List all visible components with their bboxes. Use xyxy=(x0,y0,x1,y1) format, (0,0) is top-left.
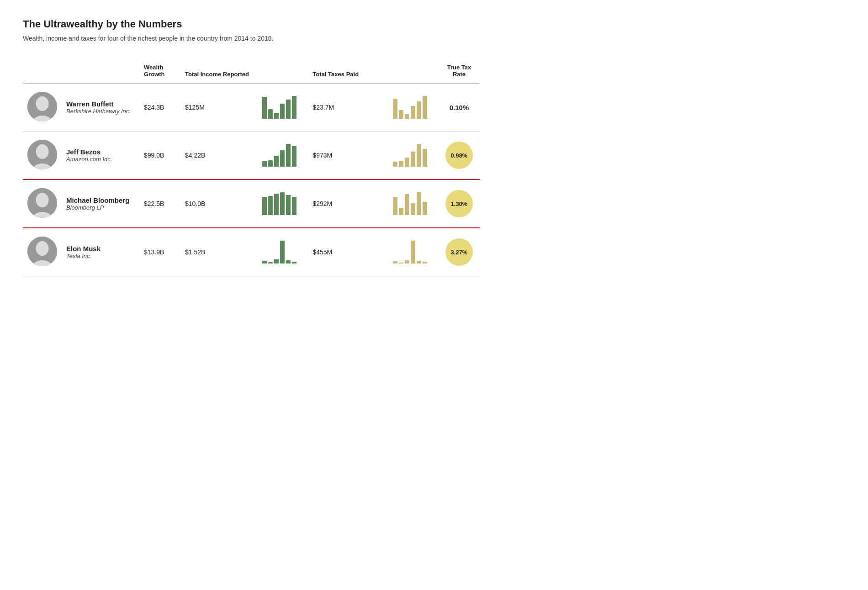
table-row-musk: Elon Musk Tesla Inc. $13.9B$1.52B$455M3.… xyxy=(23,228,480,276)
tax-rate-circle-bezos: 0.98% xyxy=(445,142,473,169)
svg-point-4 xyxy=(36,144,49,159)
svg-point-7 xyxy=(36,193,49,207)
tax-rate-plain-buffett: 0.10% xyxy=(450,104,469,111)
taxes-chart-buffett xyxy=(388,84,439,132)
person-name: Michael Bloomberg xyxy=(66,196,135,204)
wealth-growth-bloomberg: $22.5B xyxy=(139,179,180,228)
bar xyxy=(262,161,267,167)
tax-rate-circle-musk: 3.27% xyxy=(445,238,473,266)
income-chart-musk xyxy=(258,228,308,276)
bar-chart xyxy=(393,192,434,215)
income-chart-bezos xyxy=(258,132,308,180)
person-company: Amazon.com Inc. xyxy=(66,156,135,163)
bar xyxy=(399,208,403,215)
bar xyxy=(405,194,409,215)
bar xyxy=(411,152,415,167)
svg-point-1 xyxy=(36,96,49,111)
bar xyxy=(280,150,285,167)
table-row-buffett: Warren Buffett Berkshire Hathaway Inc. $… xyxy=(23,84,480,132)
income-value-buffett: $125M xyxy=(180,84,258,132)
bar xyxy=(423,202,427,215)
income-value-musk: $1.52B xyxy=(180,228,258,276)
avatar-buffett xyxy=(27,92,57,121)
page-title: The Ultrawealthy by the Numbers xyxy=(23,18,480,30)
avatar-cell-musk xyxy=(23,228,62,276)
bar xyxy=(262,197,267,215)
bar xyxy=(405,114,409,119)
page-subtitle: Wealth, income and taxes for four of the… xyxy=(23,35,480,42)
name-cell-musk: Elon Musk Tesla Inc. xyxy=(62,228,139,276)
col-income: Total Income Reported xyxy=(180,60,308,84)
bar xyxy=(411,106,415,119)
bar xyxy=(280,192,285,215)
bar xyxy=(268,262,273,263)
bar xyxy=(280,104,285,119)
bar xyxy=(286,260,291,263)
bar xyxy=(268,196,273,215)
col-tax-rate: True Tax Rate xyxy=(439,60,480,84)
taxes-chart-musk xyxy=(388,228,439,276)
bar xyxy=(274,194,279,215)
bar xyxy=(292,96,296,119)
table-row-bloomberg: Michael Bloomberg Bloomberg LP $22.5B$10… xyxy=(23,179,480,228)
taxes-value-musk: $455M xyxy=(308,228,388,276)
income-chart-bloomberg xyxy=(258,179,308,228)
income-chart-buffett xyxy=(258,84,308,132)
bar xyxy=(262,261,267,263)
bar xyxy=(411,203,415,215)
tax-rate-musk: 3.27% xyxy=(439,228,480,276)
bar xyxy=(405,158,409,167)
income-value-bezos: $4.22B xyxy=(180,132,258,180)
bar xyxy=(393,162,397,167)
bar xyxy=(262,97,267,119)
bar xyxy=(393,197,397,215)
bar xyxy=(399,263,403,263)
person-company: Bloomberg LP xyxy=(66,204,135,211)
tax-rate-bezos: 0.98% xyxy=(439,132,480,180)
avatar-musk xyxy=(27,237,57,266)
bar-chart xyxy=(393,96,434,119)
bar xyxy=(274,113,279,119)
col-name xyxy=(62,60,139,84)
bar xyxy=(417,261,421,263)
taxes-value-bezos: $973M xyxy=(308,132,388,180)
bar-chart xyxy=(262,96,303,119)
bar-chart xyxy=(262,144,303,167)
bar xyxy=(411,241,415,263)
bar xyxy=(417,144,421,167)
bar xyxy=(399,161,403,167)
bar xyxy=(423,96,427,119)
bar-chart xyxy=(262,192,303,215)
bar xyxy=(286,100,291,119)
bar xyxy=(399,110,403,119)
bar xyxy=(280,241,285,263)
wealth-growth-bezos: $99.0B xyxy=(139,132,180,180)
wealth-growth-buffett: $24.3B xyxy=(139,84,180,132)
person-company: Berkshire Hathaway Inc. xyxy=(66,108,135,115)
avatar-cell-bloomberg xyxy=(23,179,62,228)
avatar-bloomberg xyxy=(27,188,57,218)
bar xyxy=(274,156,279,167)
person-company: Tesla Inc. xyxy=(66,253,135,259)
person-name: Warren Buffett xyxy=(66,100,135,108)
bar xyxy=(393,261,397,263)
avatar-bezos xyxy=(27,140,57,169)
name-cell-bloomberg: Michael Bloomberg Bloomberg LP xyxy=(62,179,139,228)
bar-chart xyxy=(393,144,434,167)
bar xyxy=(405,260,409,263)
bar xyxy=(286,144,291,167)
tax-rate-circle-bloomberg: 1.30% xyxy=(445,190,473,217)
avatar-cell-bezos xyxy=(23,132,62,180)
bar xyxy=(274,259,279,263)
bar xyxy=(417,101,421,119)
bar-chart xyxy=(262,241,303,263)
bar xyxy=(268,160,273,167)
income-value-bloomberg: $10.0B xyxy=(180,179,258,228)
bar xyxy=(423,149,427,167)
bar xyxy=(423,262,427,263)
wealth-growth-musk: $13.9B xyxy=(139,228,180,276)
main-table: Wealth Growth Total Income Reported Tota… xyxy=(23,60,480,276)
col-taxes: Total Taxes Paid xyxy=(308,60,439,84)
bar xyxy=(393,99,397,119)
tax-rate-buffett: 0.10% xyxy=(439,84,480,132)
